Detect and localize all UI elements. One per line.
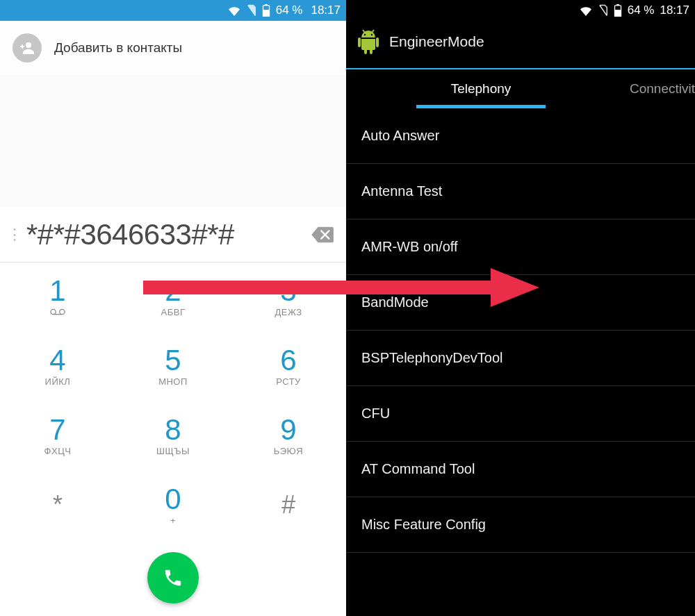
key-1[interactable]: 1 — [0, 263, 115, 332]
call-button[interactable] — [147, 552, 199, 603]
svg-rect-8 — [616, 4, 619, 6]
key-0[interactable]: 0+ — [115, 470, 231, 540]
no-sim-icon — [598, 4, 608, 17]
list-item[interactable]: AMR-WB on/off — [346, 219, 695, 275]
tab-connectivity[interactable]: Connectivit — [616, 69, 695, 108]
add-contact-label: Добавить в контакты — [54, 40, 182, 56]
svg-point-3 — [26, 42, 31, 48]
key-5[interactable]: 5МНОП — [115, 332, 231, 401]
svg-point-5 — [60, 310, 65, 315]
battery-icon — [262, 4, 270, 17]
svg-point-10 — [364, 34, 366, 35]
list-item[interactable]: Antenna Test — [346, 164, 695, 219]
app-titlebar: EngineerMode — [346, 21, 695, 69]
no-sim-icon — [247, 4, 256, 17]
svg-point-4 — [51, 310, 56, 315]
app-title: EngineerMode — [389, 33, 484, 50]
tab-bar: Telephony Connectivit — [346, 69, 695, 108]
list-item[interactable]: Auto Answer — [346, 108, 695, 164]
settings-list: Auto Answer Antenna Test AMR-WB on/off B… — [346, 108, 695, 616]
key-star[interactable]: * — [0, 470, 115, 540]
status-bar: 64 % 18:17 — [0, 0, 346, 21]
tab-telephony[interactable]: Telephony — [346, 69, 616, 108]
android-icon — [357, 29, 379, 54]
key-2[interactable]: 2АБВГ — [115, 263, 231, 332]
phone-icon — [163, 567, 183, 588]
list-item[interactable]: BSPTelephonyDevTool — [346, 331, 695, 386]
battery-percent: 64 % — [276, 3, 303, 17]
keypad-empty-right — [231, 540, 346, 616]
svg-rect-9 — [614, 10, 621, 17]
clock: 18:17 — [660, 3, 689, 17]
dialed-number: *#*#3646633#*# — [26, 218, 306, 251]
number-input-row: ⋮ *#*#3646633#*# — [0, 207, 346, 263]
keypad: 1 2АБВГ 3ДЕЖЗ 4ИЙКЛ 5МНОП 6РСТУ 7ФХЦЧ 8Ш… — [0, 263, 346, 616]
dialer-screen: 64 % 18:17 Добавить в контакты ⋮ *#*#364… — [0, 0, 346, 616]
empty-area — [0, 75, 346, 207]
add-contact-icon — [13, 33, 42, 63]
svg-rect-2 — [263, 10, 269, 17]
status-bar: 64 % 18:17 — [346, 0, 695, 21]
list-item[interactable]: BandMode — [346, 275, 695, 331]
backspace-button[interactable] — [306, 226, 341, 244]
key-8[interactable]: 8ШЩЪЫ — [115, 401, 231, 471]
add-to-contacts-row[interactable]: Добавить в контакты — [0, 21, 346, 75]
svg-line-13 — [372, 30, 374, 33]
svg-line-12 — [363, 30, 365, 33]
svg-point-11 — [371, 34, 373, 35]
list-item[interactable]: CFU — [346, 386, 695, 442]
list-item[interactable]: Misc Feature Config — [346, 497, 695, 553]
engineer-mode-screen: 64 % 18:17 EngineerMode Telephony Connec… — [346, 0, 695, 616]
wifi-icon — [227, 5, 241, 16]
svg-rect-1 — [265, 4, 268, 6]
battery-percent: 64 % — [628, 3, 655, 17]
key-6[interactable]: 6РСТУ — [231, 332, 346, 401]
battery-icon — [614, 4, 622, 17]
key-4[interactable]: 4ИЙКЛ — [0, 332, 115, 401]
clock: 18:17 — [311, 3, 341, 17]
wifi-icon — [579, 5, 593, 16]
list-item[interactable]: AT Command Tool — [346, 442, 695, 497]
key-3[interactable]: 3ДЕЖЗ — [231, 263, 346, 332]
voicemail-icon — [50, 307, 65, 317]
more-icon[interactable]: ⋮ — [3, 226, 26, 244]
key-hash[interactable]: # — [231, 470, 346, 540]
keypad-empty-left — [0, 540, 115, 616]
key-9[interactable]: 9ЬЭЮЯ — [231, 401, 346, 471]
key-7[interactable]: 7ФХЦЧ — [0, 401, 115, 471]
